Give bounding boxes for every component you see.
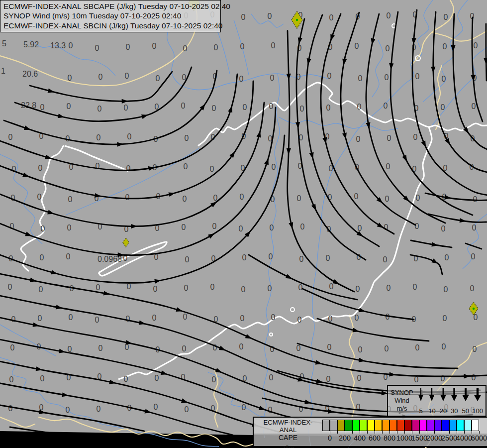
wind-streamline xyxy=(0,405,144,431)
cape-tick-label: 4000 xyxy=(456,434,472,442)
wind-streamline xyxy=(341,12,415,225)
station-value-zero: 0 xyxy=(181,102,186,110)
station-value-zero: 0 xyxy=(39,285,43,294)
streamline-arrowhead-icon xyxy=(245,334,253,341)
wind-streamline xyxy=(297,343,458,368)
station-diamond-marker xyxy=(123,238,129,247)
station-value-zero: 0 xyxy=(124,104,128,112)
station-value-zero: 0 xyxy=(154,403,158,411)
streamline-arrowhead-icon xyxy=(176,307,183,314)
streamline-arrowhead-icon xyxy=(286,274,293,281)
station-value-zero: 0 xyxy=(413,133,418,141)
wind-speed-column: 50 xyxy=(461,387,470,415)
river-line xyxy=(0,325,56,356)
wind-speed-label: 20 xyxy=(440,407,447,415)
station-value-zero: 0 xyxy=(40,374,45,383)
wind-speed-label: 10 xyxy=(428,407,435,415)
station-value-zero: 0 xyxy=(241,285,246,294)
cape-color-cell xyxy=(382,420,390,431)
country-border xyxy=(0,417,35,427)
cape-color-cell xyxy=(360,420,367,431)
station-value-zero: 0 xyxy=(269,102,274,111)
station-value-zero: 0 xyxy=(327,343,332,351)
cape-tick xyxy=(419,431,420,434)
station-value-zero: 0 xyxy=(182,344,187,353)
streamline-arrowhead-icon xyxy=(22,172,30,179)
station-value-zero: 0 xyxy=(239,224,243,233)
station-value-zero: 0 xyxy=(297,194,301,203)
streamline-arrowhead-icon xyxy=(332,279,340,286)
station-value-zero: 0 xyxy=(126,43,130,51)
station-value-zero: 0 xyxy=(68,195,73,204)
station-value: 20.6 xyxy=(22,70,38,78)
station-value-zero: 0 xyxy=(385,344,389,353)
streamline-arrowhead-icon xyxy=(431,67,436,73)
cape-tick xyxy=(442,431,442,434)
station-value-zero: 0 xyxy=(472,224,477,232)
cape-color-cell xyxy=(390,420,397,431)
lake-outline xyxy=(270,333,273,336)
station-value-zero: 0 xyxy=(69,313,73,322)
station-value-zero: 0 xyxy=(472,373,476,382)
station-value-zero: 0 xyxy=(386,44,390,53)
station-value-zero: 0 xyxy=(66,252,71,261)
cape-tick xyxy=(472,431,472,434)
station-value-zero: 0 xyxy=(270,224,274,232)
station-value: 1 xyxy=(1,67,5,75)
station-value-zero: 0 xyxy=(385,195,390,203)
wind-streamline xyxy=(0,318,448,412)
streamline-arrowhead-icon xyxy=(208,231,216,239)
wind-legend-text: SYNOP Wind m/s xyxy=(389,387,415,415)
wind-arrow-icon xyxy=(416,387,425,402)
station-value-zero: 0 xyxy=(355,314,359,322)
station-value-zero: 0 xyxy=(40,253,44,262)
station-value-zero: 0 xyxy=(97,133,101,142)
streamline-arrowhead-icon xyxy=(389,63,393,70)
station-value-zero: 0 xyxy=(96,283,100,292)
station-value-zero: 0 xyxy=(239,342,244,351)
station-value-zero: 0 xyxy=(356,285,360,293)
station-value-zero: 0 xyxy=(8,404,13,413)
cape-legend-source: ECMWF-INDEX-ANAL xyxy=(256,419,320,434)
cape-tick-label: 6000 xyxy=(471,434,487,442)
station-value-zero: 0 xyxy=(10,343,15,352)
station-value-zero: 0 xyxy=(445,253,449,262)
station-value-zero: 0 xyxy=(212,104,216,112)
streamline-arrowhead-icon xyxy=(421,140,428,148)
station-value-zero: 0 xyxy=(299,255,304,263)
cape-color-cell xyxy=(367,420,375,431)
river-line xyxy=(66,148,199,215)
station-value-zero: 0 xyxy=(383,255,388,264)
station-value: 13.3 xyxy=(50,41,66,50)
station-value-zero: 0 xyxy=(386,162,390,171)
cape-color-cell xyxy=(442,420,449,431)
cape-tick xyxy=(464,431,465,434)
station-value-zero: 0 xyxy=(38,164,43,172)
cape-tick xyxy=(412,431,412,434)
station-value-zero: 0 xyxy=(270,74,275,82)
station-value-zero: 0 xyxy=(8,283,12,291)
station-value-zero: 0 xyxy=(184,284,189,292)
station-value-zero: 0 xyxy=(184,162,188,171)
station-value-zero: 0 xyxy=(329,13,334,22)
cape-color-cell xyxy=(464,420,472,431)
station-value-zero: 0 xyxy=(41,224,45,233)
wind-streamline xyxy=(15,67,192,121)
cape-tick-label: 1500 xyxy=(411,434,427,442)
station-value-zero: 0 xyxy=(385,73,389,82)
station-value-zero: 0 xyxy=(210,283,215,291)
station-value-zero: 0 xyxy=(97,105,102,113)
station-value-zero: 0 xyxy=(326,375,331,383)
cape-color-cell xyxy=(322,420,330,431)
station-value-zero: 0 xyxy=(67,224,72,232)
station-value-zero: 0 xyxy=(474,41,478,50)
station-value-zero: 0 xyxy=(185,405,189,414)
wind-arrow-icon xyxy=(461,387,470,402)
station-value-zero: 0 xyxy=(153,285,158,293)
station-value-zero: 0 xyxy=(441,224,446,233)
station-value-zero: 0 xyxy=(357,103,362,111)
wind-streamline xyxy=(0,383,233,435)
station-value-zero: 0 xyxy=(271,41,276,50)
station-value-zero: 0 xyxy=(156,74,160,83)
cape-tick xyxy=(397,431,397,434)
